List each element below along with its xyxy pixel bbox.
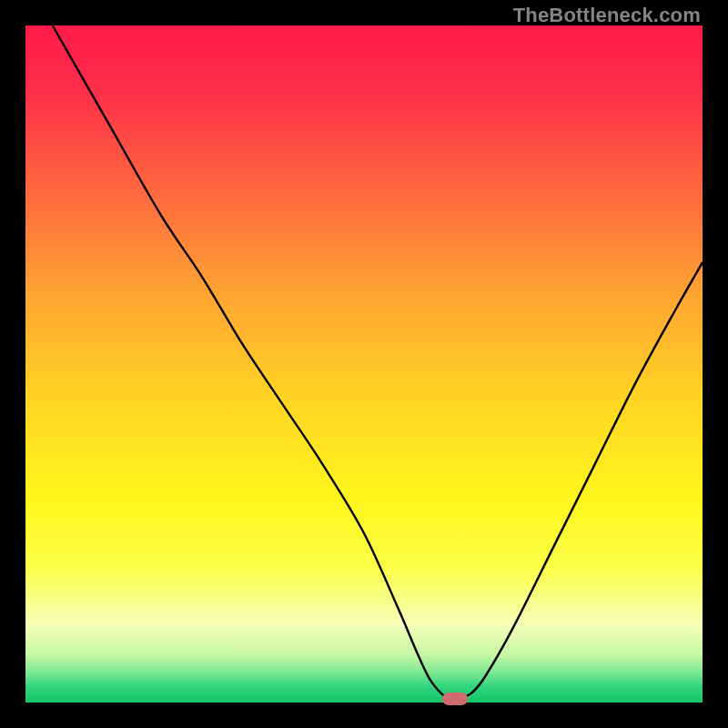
gradient-background: [25, 25, 703, 703]
chart-frame: [25, 25, 703, 703]
bottleneck-plot: [25, 25, 703, 703]
watermark-text: TheBottleneck.com: [513, 4, 701, 27]
optimal-point-marker: [442, 693, 468, 705]
